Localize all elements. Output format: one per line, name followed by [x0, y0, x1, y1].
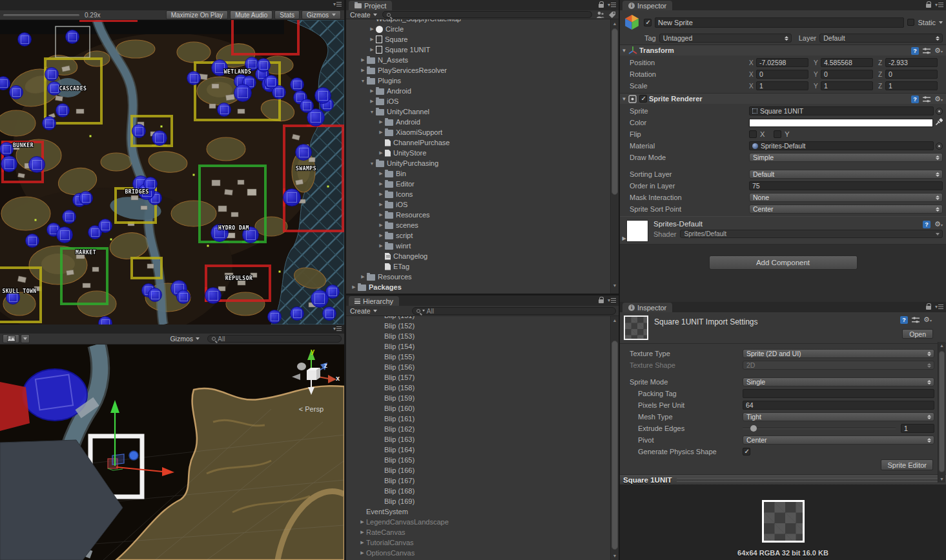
game-map-view[interactable]: CASCADESWETLANDSBUNKERSWAMPSHYDRO DAMBRI… — [0, 20, 344, 325]
static-checkbox[interactable] — [907, 19, 914, 26]
static-dropdown-icon[interactable] — [939, 21, 943, 24]
hierarchy-item[interactable]: ▶OptionsCanvas — [346, 548, 610, 558]
project-tree-item[interactable]: ▶iOS — [346, 199, 610, 210]
expand-arrow-icon[interactable]: ▶ — [358, 519, 366, 525]
panel-menu-icon[interactable]: ▾ — [935, 304, 943, 310]
hierarchy-item[interactable]: Blip (168) — [346, 486, 610, 496]
panel-menu-icon[interactable]: ▾ — [333, 326, 342, 332]
maximize-on-play-button[interactable]: Maximize On Play — [166, 10, 229, 19]
sprite-mode-dropdown[interactable]: Single — [743, 377, 934, 386]
scene-shading-dropdown[interactable] — [21, 334, 30, 343]
project-tree-item[interactable]: ▶PlayServicesResolver — [346, 65, 610, 75]
project-tree-item[interactable]: ▼Plugins — [346, 75, 610, 86]
expand-arrow-icon[interactable]: ▶ — [359, 274, 367, 279]
project-tree-item[interactable]: ▶Bin — [346, 168, 610, 179]
preset-icon[interactable] — [923, 95, 931, 103]
tab-inspector[interactable]: i Inspector — [622, 1, 672, 10]
project-tree-item[interactable]: ▶Resources — [346, 272, 610, 282]
expand-arrow-icon[interactable]: ▶ — [377, 171, 385, 176]
color-swatch[interactable] — [749, 119, 933, 127]
scene-orientation-gizmo[interactable] — [283, 347, 339, 401]
expand-arrow-icon[interactable]: ▼ — [368, 161, 376, 166]
rotation-x-field[interactable]: 0 — [756, 70, 808, 79]
scale-z-field[interactable]: 1 — [885, 81, 938, 90]
hierarchy-item[interactable]: ▶LegendCanvasLandscape — [346, 517, 610, 527]
panel-menu-icon[interactable]: ▾ — [608, 2, 616, 8]
shader-dropdown[interactable]: Sprites/Default — [680, 230, 943, 238]
expand-arrow-icon[interactable]: ▶ — [368, 47, 376, 52]
scene-search-field[interactable]: All — [207, 335, 342, 343]
eyedropper-icon[interactable] — [935, 118, 943, 127]
expand-arrow-icon[interactable]: ▶ — [359, 68, 367, 73]
expand-arrow-icon[interactable]: ▶ — [377, 150, 385, 155]
help-icon[interactable]: ? — [911, 47, 919, 55]
gameobject-name-field[interactable]: New Sprite — [655, 17, 904, 28]
scene-gizmos-dropdown[interactable]: Gizmos — [166, 335, 203, 343]
sprite-editor-button[interactable]: Sprite Editor — [881, 459, 933, 470]
mask-interaction-dropdown[interactable]: None — [749, 193, 943, 202]
hierarchy-item[interactable]: Blip (156) — [346, 362, 610, 372]
foldout-icon[interactable]: ▼ — [620, 96, 628, 102]
expand-arrow-icon[interactable]: ▶ — [377, 223, 385, 228]
project-scrollbar[interactable]: ▲ ▼ — [610, 19, 619, 294]
scroll-up-arrow[interactable]: ▲ — [611, 317, 619, 324]
hierarchy-item[interactable]: Blip (158) — [346, 383, 610, 393]
project-tree-item[interactable]: ▼UnityChannel — [346, 106, 610, 117]
foldout-icon[interactable]: ▶ — [620, 235, 628, 241]
expand-arrow-icon[interactable]: ▶ — [377, 212, 385, 217]
mute-audio-button[interactable]: Mute Audio — [230, 10, 272, 19]
tab-inspector-import[interactable]: i Inspector — [622, 303, 672, 312]
rotation-z-field[interactable]: 0 — [885, 70, 938, 79]
gear-icon[interactable]: ⚙▾ — [923, 315, 932, 325]
project-tree-item[interactable]: ▶UnityStore — [346, 148, 610, 158]
hierarchy-item[interactable]: Blip (151) — [346, 316, 610, 321]
tab-hierarchy[interactable]: Hierarchy — [349, 296, 399, 306]
game-scale-slider[interactable] — [3, 14, 79, 16]
preset-icon[interactable] — [923, 47, 931, 55]
expand-arrow-icon[interactable]: ▶ — [358, 540, 366, 545]
extrude-edges-slider[interactable] — [743, 428, 896, 429]
hierarchy-item[interactable]: Blip (161) — [346, 414, 610, 424]
lock-icon[interactable] — [599, 299, 604, 303]
scene-viewport[interactable]: y z x < Persp — [0, 345, 344, 560]
slider-thumb[interactable] — [750, 425, 757, 432]
project-tree-item[interactable]: ▶Resources — [346, 210, 610, 220]
hierarchy-item[interactable]: Blip (165) — [346, 455, 610, 465]
project-tree-item[interactable]: Weapon_Supply/CrateMap — [346, 19, 610, 24]
project-search-field[interactable] — [382, 11, 592, 18]
add-component-button[interactable]: Add Component — [709, 255, 858, 270]
hierarchy-item[interactable]: Blip (160) — [346, 403, 610, 414]
open-button[interactable]: Open — [902, 329, 933, 339]
component-enabled-checkbox[interactable] — [639, 95, 647, 103]
preview-header[interactable]: Square 1UNIT — [620, 474, 946, 485]
scale-y-field[interactable]: 1 — [821, 81, 873, 90]
hierarchy-item[interactable]: Blip (153) — [346, 331, 610, 341]
preset-icon[interactable] — [912, 316, 920, 324]
project-tree-item[interactable]: ▶Android — [346, 86, 610, 96]
expand-arrow-icon[interactable]: ▶ — [350, 285, 358, 290]
sprite-sort-point-dropdown[interactable]: Center — [749, 205, 943, 214]
hierarchy-item[interactable]: Blip (163) — [346, 434, 610, 445]
material-preview-header[interactable]: ▶ Sprites-Default Shader Sprites/Default… — [620, 216, 946, 245]
texture-type-dropdown[interactable]: Sprite (2D and UI) — [743, 349, 934, 358]
scroll-down-arrow[interactable]: ▼ — [938, 475, 945, 483]
panel-menu-icon[interactable]: ▾ — [333, 1, 342, 7]
tab-project[interactable]: Project — [349, 1, 392, 10]
project-tree-item[interactable]: ▼UnityPurchasing — [346, 158, 610, 168]
sprite-object-field[interactable]: Square 1UNIT — [749, 106, 934, 115]
draw-mode-dropdown[interactable]: Simple — [749, 153, 943, 162]
expand-arrow-icon[interactable]: ▶ — [377, 202, 385, 207]
hierarchy-item[interactable]: Blip (162) — [346, 424, 610, 434]
project-tree-item[interactable]: ▶Android — [346, 117, 610, 127]
expand-arrow-icon[interactable]: ▶ — [359, 57, 367, 63]
scrollbar-thumb[interactable] — [612, 341, 618, 550]
position-x-field[interactable]: -7.02598 — [756, 58, 808, 67]
object-picker-icon[interactable] — [936, 108, 943, 115]
asset-store-user-icon[interactable] — [596, 11, 604, 19]
expand-arrow-icon[interactable]: ▶ — [377, 119, 385, 125]
expand-arrow-icon[interactable]: ▶ — [377, 243, 385, 248]
project-tree-item[interactable]: ▶Editor — [346, 179, 610, 189]
project-tree-item[interactable]: ▶scenes — [346, 220, 610, 230]
hierarchy-item[interactable]: Blip (166) — [346, 465, 610, 475]
tag-dropdown[interactable]: Untagged — [659, 34, 792, 43]
